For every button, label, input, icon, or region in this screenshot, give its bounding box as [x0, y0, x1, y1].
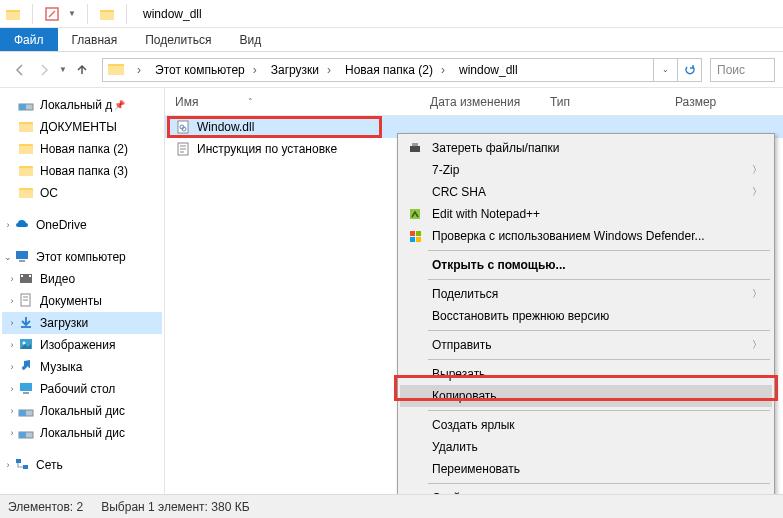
sidebar-item-documents-folder[interactable]: ДОКУМЕНТЫ — [2, 116, 162, 138]
chevron-right-icon[interactable]: › — [249, 63, 261, 77]
sidebar-item-music[interactable]: ›Музыка — [2, 356, 162, 378]
music-icon — [18, 358, 36, 376]
svg-rect-45 — [410, 209, 420, 219]
properties-qat-icon[interactable] — [43, 5, 61, 23]
nav-back-button[interactable] — [8, 58, 32, 82]
folder-icon — [18, 140, 36, 158]
column-header-type[interactable]: Тип — [540, 95, 665, 109]
column-header-size[interactable]: Размер — [665, 95, 745, 109]
chevron-right-icon[interactable]: › — [323, 63, 335, 77]
divider — [126, 4, 127, 24]
ctx-defender[interactable]: Проверка с использованием Windows Defend… — [400, 225, 772, 247]
pc-icon — [14, 248, 32, 266]
explorer-icon[interactable] — [4, 5, 22, 23]
navigation-tree: Локальный д📌 ДОКУМЕНТЫ Новая папка (2) Н… — [0, 88, 165, 494]
svg-rect-35 — [23, 465, 28, 469]
refresh-button[interactable] — [677, 59, 701, 81]
ctx-delete[interactable]: Удалить — [400, 436, 772, 458]
ctx-create-shortcut[interactable]: Создать ярлык — [400, 414, 772, 436]
tab-share[interactable]: Поделиться — [131, 28, 225, 51]
breadcrumb-bar[interactable]: › Этот компьютер › Загрузки › Новая папк… — [102, 58, 702, 82]
pin-icon: 📌 — [114, 100, 125, 110]
qat-dropdown-icon[interactable]: ▼ — [67, 5, 77, 23]
desktop-icon — [18, 380, 36, 398]
printer-icon — [406, 139, 424, 157]
submenu-arrow-icon: 〉 — [752, 163, 762, 177]
menu-separator — [428, 483, 770, 484]
tab-view[interactable]: Вид — [225, 28, 275, 51]
breadcrumb-dropdown-button[interactable]: ⌄ — [653, 59, 677, 81]
status-selected: Выбран 1 элемент: 380 КБ — [101, 500, 249, 514]
tab-file-label: Файл — [14, 33, 44, 47]
sidebar-item-localdisk1[interactable]: ›Локальный дис — [2, 400, 162, 422]
onedrive-icon — [14, 216, 32, 234]
column-header-name[interactable]: Имя˄ — [165, 95, 420, 109]
breadcrumb-part[interactable]: Загрузки — [261, 59, 323, 81]
ctx-share[interactable]: Поделиться〉 — [400, 283, 772, 305]
svg-rect-1 — [6, 12, 20, 20]
pictures-icon — [18, 336, 36, 354]
svg-rect-8 — [19, 104, 26, 110]
ctx-open-with[interactable]: Открыть с помощью... — [400, 254, 772, 276]
svg-rect-10 — [19, 124, 33, 132]
menu-separator — [428, 359, 770, 360]
sidebar-item-onedrive[interactable]: ›OneDrive — [2, 214, 162, 236]
nav-up-button[interactable] — [70, 58, 94, 82]
sidebar-item-video[interactable]: ›Видео — [2, 268, 162, 290]
ctx-rename[interactable]: Переименовать — [400, 458, 772, 480]
sidebar-item-desktop[interactable]: ›Рабочий стол — [2, 378, 162, 400]
sidebar-item-network[interactable]: ›Сеть — [2, 454, 162, 476]
address-bar: ▼ › Этот компьютер › Загрузки › Новая па… — [0, 52, 783, 88]
sidebar-item-os[interactable]: ОС — [2, 182, 162, 204]
ctx-7zip[interactable]: 7-Zip〉 — [400, 159, 772, 181]
tab-home[interactable]: Главная — [58, 28, 132, 51]
window-title: window_dll — [143, 7, 202, 21]
sidebar-item-localdisk2[interactable]: ›Локальный дис — [2, 422, 162, 444]
folder-icon — [18, 118, 36, 136]
sidebar-item-pictures[interactable]: ›Изображения — [2, 334, 162, 356]
search-input[interactable]: Поис — [710, 58, 775, 82]
ctx-cut[interactable]: Вырезать — [400, 363, 772, 385]
submenu-arrow-icon: 〉 — [752, 287, 762, 301]
ctx-crcsha[interactable]: CRC SHA〉 — [400, 181, 772, 203]
tab-view-label: Вид — [239, 33, 261, 47]
dll-file-icon — [175, 119, 191, 135]
breadcrumb-folder-icon — [107, 59, 129, 81]
menu-separator — [428, 250, 770, 251]
ctx-sendto[interactable]: Отправить〉 — [400, 334, 772, 356]
drive-icon — [18, 424, 36, 442]
sort-asc-icon: ˄ — [248, 97, 253, 107]
nav-forward-button[interactable] — [32, 58, 56, 82]
documents-icon — [18, 292, 36, 310]
chevron-right-icon[interactable]: › — [133, 63, 145, 77]
svg-rect-31 — [19, 410, 26, 416]
nav-history-dropdown[interactable]: ▼ — [56, 58, 70, 82]
breadcrumb-part[interactable]: Новая папка (2) — [335, 59, 437, 81]
video-icon — [18, 270, 36, 288]
sidebar-item-documents[interactable]: ›Документы — [2, 290, 162, 312]
svg-point-27 — [23, 342, 26, 345]
column-header-date[interactable]: Дата изменения — [420, 95, 540, 109]
divider — [87, 4, 88, 24]
svg-rect-18 — [19, 260, 25, 262]
svg-rect-20 — [21, 275, 23, 277]
file-list-header: Имя˄ Дата изменения Тип Размер — [165, 88, 783, 116]
sidebar-item-np3[interactable]: Новая папка (3) — [2, 160, 162, 182]
ctx-restore-prev[interactable]: Восстановить прежнюю версию — [400, 305, 772, 327]
sidebar-item-np2[interactable]: Новая папка (2) — [2, 138, 162, 160]
sidebar-item-downloads[interactable]: ›Загрузки — [2, 312, 162, 334]
sidebar-item-local-pinned[interactable]: Локальный д📌 — [2, 94, 162, 116]
ctx-erase[interactable]: Затереть файлы/папки — [400, 137, 772, 159]
submenu-arrow-icon: 〉 — [752, 338, 762, 352]
search-placeholder: Поис — [717, 63, 745, 77]
chevron-right-icon[interactable]: › — [437, 63, 449, 77]
svg-rect-44 — [412, 143, 418, 146]
downloads-icon — [18, 314, 36, 332]
tab-file[interactable]: Файл — [0, 28, 58, 51]
ctx-notepadpp[interactable]: Edit with Notepad++ — [400, 203, 772, 225]
breadcrumb-part[interactable]: window_dll — [449, 59, 522, 81]
sidebar-item-thispc[interactable]: ⌄Этот компьютер — [2, 246, 162, 268]
svg-rect-34 — [16, 459, 21, 463]
ctx-copy[interactable]: Копировать — [400, 385, 772, 407]
breadcrumb-part[interactable]: Этот компьютер — [145, 59, 249, 81]
